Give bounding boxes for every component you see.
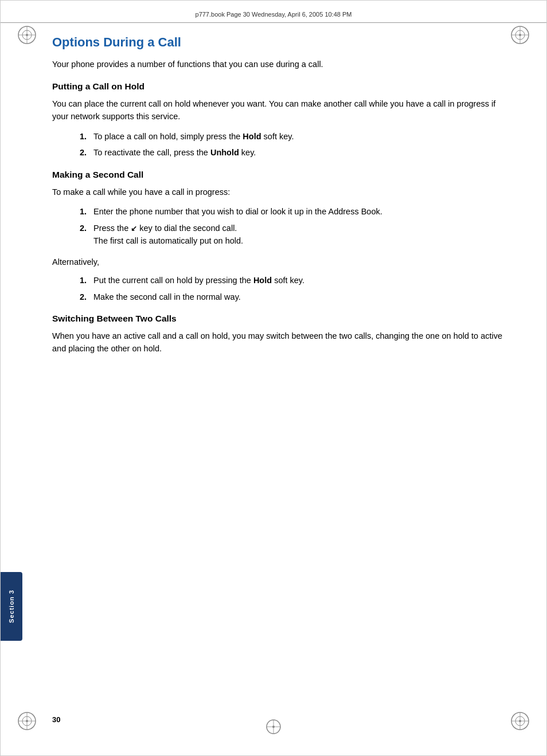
list-number: 1. [80,274,87,287]
section-putting-on-hold: Putting a Call on Hold You can place the… [52,81,506,159]
list-number: 1. [80,130,87,143]
subheading-making-second-call: Making a Second Call [52,170,506,180]
alt-steps-making-second-call: 1. Put the current call on hold by press… [80,274,506,303]
subheading-switching-calls: Switching Between Two Calls [52,314,506,324]
list-content: To place a call on hold, simply press th… [93,130,506,143]
list-content: Press the ↙ key to dial the second call.… [93,222,506,248]
body-making-second-call: To make a call while you have a call in … [52,186,506,198]
list-number: 1. [80,205,87,218]
list-content: Make the second call in the normal way. [93,291,506,303]
body-putting-on-hold: You can place the current call on hold w… [52,97,506,123]
alternatively-label: Alternatively, [52,256,506,268]
page-number: 30 [52,715,60,724]
list-number: 2. [80,222,87,234]
intro-paragraph: Your phone provides a number of function… [52,58,506,70]
corner-mark-br [510,711,530,731]
steps-making-second-call: 1. Enter the phone number that you wish … [80,205,506,247]
section-tab: Section 3 [1,572,22,641]
send-key-icon: ↙ [131,223,137,234]
list-number: 2. [80,146,87,159]
subheading-putting-on-hold: Putting a Call on Hold [52,81,506,92]
bold-hold-2: Hold [253,276,272,285]
list-content: Enter the phone number that you wish to … [93,205,506,218]
section-making-second-call: Making a Second Call To make a call whil… [52,170,506,303]
corner-mark-tr [510,25,530,45]
page-wrapper: p777.book Page 30 Wednesday, April 6, 20… [0,0,547,756]
bold-hold: Hold [243,132,261,141]
list-item: 2. To reactivate the call, press the Unh… [80,146,506,159]
list-number: 2. [80,291,87,303]
main-heading: Options During a Call [52,35,506,50]
main-content: Options During a Call Your phone provide… [52,35,506,710]
steps-putting-on-hold: 1. To place a call on hold, simply press… [80,130,506,159]
center-bottom-mark [265,718,282,735]
header-text: p777.book Page 30 Wednesday, April 6, 20… [196,11,352,18]
list-item: 1. Put the current call on hold by press… [80,274,506,287]
bold-unhold: Unhold [210,148,239,157]
body-switching-calls: When you have an active call and a call … [52,330,506,355]
section-switching-calls: Switching Between Two Calls When you hav… [52,314,506,355]
corner-mark-bl [17,711,37,731]
header-bar: p777.book Page 30 Wednesday, April 6, 20… [1,11,546,23]
list-content: Put the current call on hold by pressing… [93,274,506,287]
list-item: 1. To place a call on hold, simply press… [80,130,506,143]
list-item: 2. Press the ↙ key to dial the second ca… [80,222,506,248]
list-item: 2. Make the second call in the normal wa… [80,291,506,303]
corner-mark-tl [17,25,37,45]
list-item: 1. Enter the phone number that you wish … [80,205,506,218]
section-tab-label: Section 3 [8,590,15,623]
list-content: To reactivate the call, press the Unhold… [93,146,506,159]
